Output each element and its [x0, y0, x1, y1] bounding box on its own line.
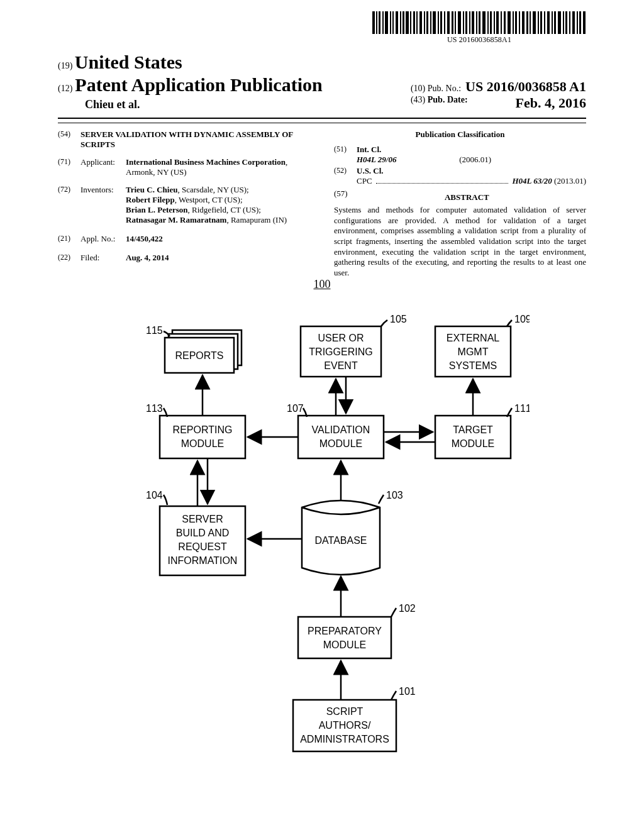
- inventor-4-name: Ratnasagar M. Ramaratnam: [126, 215, 226, 224]
- svg-rect-28: [469, 11, 470, 34]
- svg-rect-8: [400, 11, 401, 34]
- country-line: (19) United States: [58, 52, 586, 73]
- svg-rect-49: [544, 11, 545, 34]
- svg-rect-5: [390, 11, 391, 34]
- box-ext-l2: MGMT: [458, 346, 489, 357]
- svg-rect-20: [440, 11, 442, 34]
- code-43: (43): [411, 95, 425, 104]
- field-52: (52) U.S. Cl. CPC H04L 63/20 (2013.01): [334, 166, 586, 186]
- svg-rect-14: [419, 11, 422, 34]
- svg-rect-13: [416, 11, 418, 34]
- body-columns: (54) SERVER VALIDATION WITH DYNAMIC ASSE…: [58, 130, 586, 278]
- svg-rect-43: [522, 11, 525, 34]
- intcl-code: H04L 29/06: [357, 155, 396, 164]
- pub-type: Patent Application Publication: [75, 74, 322, 95]
- svg-rect-60: [583, 11, 586, 34]
- svg-rect-9: [402, 11, 404, 34]
- header: (19) United States (12) Patent Applicati…: [58, 52, 586, 111]
- inventor-1-name: Trieu C. Chieu: [126, 185, 177, 194]
- box-script-l3: ADMINISTRATORS: [300, 734, 389, 744]
- svg-rect-19: [438, 11, 439, 34]
- svg-rect-45: [530, 11, 531, 34]
- divider-thick: [58, 118, 586, 119]
- box-target-l1: TARGET: [453, 424, 493, 435]
- figure-wrap: 100 REPORTS 115 REPORTING: [58, 278, 586, 795]
- figure-ref: 100: [58, 278, 586, 291]
- box-target-l2: MODULE: [452, 438, 494, 449]
- cpc-value: H04L 63/20: [512, 176, 552, 185]
- svg-rect-6: [392, 11, 394, 34]
- pub-date-label: Pub. Date:: [428, 95, 468, 104]
- ref-109: 109: [514, 314, 530, 324]
- svg-rect-27: [465, 11, 467, 34]
- box-user-l3: EVENT: [324, 360, 358, 371]
- applicant-name: International Business Machines Corporat…: [126, 157, 286, 167]
- label-uscl: U.S. Cl.: [357, 166, 384, 175]
- label-applicant: Applicant:: [80, 157, 126, 177]
- label-inventors: Inventors:: [80, 185, 126, 225]
- svg-rect-18: [433, 11, 436, 34]
- svg-rect-33: [487, 11, 489, 34]
- svg-rect-11: [410, 11, 411, 34]
- svg-rect-56: [569, 11, 570, 34]
- invention-title: SERVER VALIDATION WITH DYNAMIC ASSEMBLY …: [80, 130, 310, 150]
- svg-rect-29: [472, 11, 474, 34]
- box-validation-l1: VALIDATION: [312, 424, 370, 435]
- svg-rect-7: [396, 11, 398, 34]
- code-12: (12): [58, 84, 72, 93]
- svg-rect-0: [372, 11, 375, 34]
- pub-line: (12) Patent Application Publication: [58, 74, 323, 96]
- ref-105: 105: [390, 314, 407, 324]
- field-54: (54) SERVER VALIDATION WITH DYNAMIC ASSE…: [58, 130, 310, 150]
- pub-info: (10) Pub. No.: US 2016/0036858 A1 (43) P…: [411, 79, 586, 111]
- svg-rect-50: [547, 11, 550, 34]
- cpc-date: (2013.01): [554, 176, 586, 185]
- code-51: (51): [334, 145, 357, 165]
- svg-rect-37: [501, 11, 502, 34]
- box-script-l1: SCRIPT: [326, 706, 364, 717]
- svg-rect-59: [579, 11, 581, 34]
- box-reporting-l2: MODULE: [181, 438, 224, 449]
- inventor-3-loc: , Ridgefield, CT (US);: [188, 205, 261, 214]
- svg-rect-83: [435, 416, 511, 458]
- box-reports-text: REPORTS: [175, 350, 223, 361]
- field-21: (21) Appl. No.: 14/450,422: [58, 234, 310, 244]
- box-ext-l3: SYSTEMS: [449, 360, 497, 371]
- svg-rect-26: [463, 11, 464, 34]
- svg-rect-35: [494, 11, 495, 34]
- svg-rect-42: [519, 11, 520, 34]
- svg-rect-57: [572, 11, 575, 34]
- ref-113: 113: [146, 403, 163, 414]
- svg-rect-48: [540, 11, 542, 34]
- applicant-value: International Business Machines Corporat…: [126, 157, 310, 177]
- box-server-l3: REQUEST: [178, 541, 227, 552]
- box-database: DATABASE: [315, 535, 367, 546]
- svg-rect-78: [298, 617, 391, 658]
- applno-value: 14/450,422: [126, 234, 163, 243]
- svg-rect-22: [447, 11, 450, 34]
- code-19: (19): [58, 61, 72, 70]
- field-72: (72) Inventors: Trieu C. Chieu, Scarsdal…: [58, 185, 310, 225]
- ref-111: 111: [514, 403, 530, 414]
- code-22: (22): [58, 253, 80, 263]
- cpc-line: CPC H04L 63/20 (2013.01): [357, 176, 586, 186]
- pub-date-line: (43) Pub. Date: Feb. 4, 2016: [411, 95, 586, 111]
- code-54: (54): [58, 130, 80, 150]
- svg-rect-46: [533, 11, 536, 34]
- code-21: (21): [58, 234, 80, 244]
- ref-104: 104: [146, 490, 163, 501]
- svg-text:MODULE: MODULE: [181, 438, 224, 449]
- svg-rect-55: [565, 11, 567, 34]
- barcode-number: US 20160036858A1: [372, 35, 586, 45]
- svg-rect-21: [444, 11, 445, 34]
- svg-rect-40: [513, 11, 514, 34]
- barcode-icon: [372, 11, 586, 34]
- authors-line: Chieu et al.: [85, 98, 323, 111]
- pub-no-label: Pub. No.:: [428, 84, 461, 93]
- svg-rect-44: [526, 11, 528, 34]
- country-name: United States: [75, 52, 182, 72]
- svg-rect-47: [538, 11, 539, 34]
- svg-rect-39: [508, 11, 511, 34]
- svg-rect-23: [452, 11, 453, 34]
- svg-rect-64: [160, 416, 245, 458]
